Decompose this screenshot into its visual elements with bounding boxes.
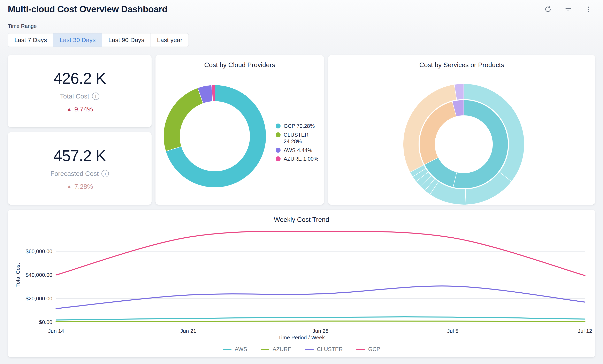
trend-line-azure (56, 321, 585, 321)
legend-label: GCP (368, 346, 380, 353)
time-range-option-last-year[interactable]: Last year (151, 33, 188, 47)
legend-line-swatch (356, 349, 365, 350)
providers-donut-chart (155, 67, 275, 199)
header: Multi-cloud Cost Overview Dashboard (0, 0, 603, 14)
filter-button[interactable] (563, 4, 573, 14)
cost-by-cloud-providers-card: Cost by Cloud Providers GCP 70.28%CLUSTE… (155, 55, 324, 205)
trend-line-aws (56, 317, 585, 320)
forecasted-cost-label: Forecasted Cost i (50, 170, 109, 177)
info-icon[interactable]: i (102, 170, 109, 177)
legend-label: AWS (235, 346, 247, 353)
legend-item-aws[interactable]: AWS (223, 346, 247, 353)
time-range-section: Time Range Last 7 DaysLast 30 DaysLast 9… (8, 23, 603, 47)
multicloud-cost-dashboard: Multi-cloud Cost Overview Dashboard (0, 0, 603, 364)
legend-label: AWS 4.44% (284, 147, 312, 154)
weekly-trend-line-chart: $0.00$20,000.00$40,000.00$60,000.00Total… (8, 225, 595, 334)
filter-icon (564, 5, 572, 13)
legend-dot (276, 156, 280, 161)
dashboard-grid: 426.2 K Total Cost i ▲ 9.74% 457.2 K For… (8, 55, 595, 357)
delta-value: 9.74% (74, 105, 93, 113)
legend-item-azure[interactable]: AZURE 1.00% (276, 155, 323, 162)
time-range-option-last-90-days[interactable]: Last 90 Days (102, 33, 151, 47)
x-tick-label: Jun 14 (48, 328, 64, 334)
time-range-label: Time Range (8, 23, 603, 29)
legend-line-swatch (305, 349, 314, 350)
weekly-legend: AWSAZURECLUSTERGCP (8, 346, 595, 353)
legend-item-cluster[interactable]: CLUSTER (305, 346, 343, 353)
legend-item-gcp[interactable]: GCP 70.28% (276, 123, 323, 130)
total-cost-value: 426.2 K (54, 69, 106, 87)
time-range-button-group: Last 7 DaysLast 30 DaysLast 90 DaysLast … (8, 33, 189, 47)
legend-dot (276, 123, 280, 128)
legend-item-aws[interactable]: AWS 4.44% (276, 147, 323, 154)
legend-label: AZURE (273, 346, 291, 353)
total-cost-label: Total Cost i (60, 93, 99, 100)
chart-title: Weekly Cost Trend (8, 216, 595, 223)
providers-legend: GCP 70.28%CLUSTER 24.28%AWS 4.44%AZURE 1… (276, 123, 323, 164)
legend-line-swatch (261, 349, 269, 350)
info-icon[interactable]: i (92, 93, 99, 100)
legend-label: GCP 70.28% (284, 123, 315, 130)
y-axis-title: Total Cost (15, 263, 21, 287)
legend-dot (276, 148, 280, 153)
total-cost-delta: ▲ 9.74% (66, 105, 93, 113)
trend-line-cluster (56, 286, 585, 309)
legend-line-swatch (223, 349, 232, 350)
forecasted-cost-delta: ▲ 7.28% (66, 183, 93, 190)
x-tick-label: Jun 28 (312, 328, 328, 334)
y-tick-label: $0.00 (39, 319, 52, 325)
legend-dot (276, 132, 280, 137)
refresh-icon (544, 6, 552, 13)
forecasted-cost-card: 457.2 K Forecasted Cost i ▲ 7.28% (8, 132, 151, 205)
legend-label: CLUSTER (317, 346, 343, 353)
legend-item-azure[interactable]: AZURE (261, 346, 291, 353)
refresh-button[interactable] (543, 4, 553, 14)
up-triangle-icon: ▲ (66, 106, 72, 112)
donut-slice-cluster[interactable] (163, 88, 203, 151)
weekly-cost-trend-card: Weekly Cost Trend $0.00$20,000.00$40,000… (8, 210, 595, 357)
kpi-label-text: Forecasted Cost (50, 170, 99, 177)
kpi-label-text: Total Cost (60, 93, 89, 100)
time-range-option-last-7-days[interactable]: Last 7 Days (8, 33, 53, 47)
x-tick-label: Jul 12 (578, 328, 592, 334)
cost-by-services-card: Cost by Services or Products (328, 55, 595, 205)
legend-item-cluster[interactable]: CLUSTER 24.28% (276, 132, 323, 145)
legend-label: AZURE 1.00% (284, 155, 318, 162)
legend-label: CLUSTER 24.28% (284, 132, 323, 145)
time-range-option-last-30-days[interactable]: Last 30 Days (53, 33, 102, 47)
y-tick-label: $60,000.00 (26, 248, 52, 254)
x-tick-label: Jul 5 (447, 328, 458, 334)
x-axis-title: Time Period / Week (8, 334, 595, 341)
y-tick-label: $20,000.00 (26, 296, 52, 302)
page-title: Multi-cloud Cost Overview Dashboard (8, 4, 167, 14)
services-sunburst-chart (328, 67, 595, 205)
delta-value: 7.28% (74, 183, 93, 190)
header-actions (543, 4, 593, 14)
legend-item-gcp[interactable]: GCP (356, 346, 380, 353)
total-cost-card: 426.2 K Total Cost i ▲ 9.74% (8, 55, 151, 127)
y-tick-label: $40,000.00 (26, 272, 52, 278)
up-triangle-icon: ▲ (66, 183, 72, 190)
trend-line-gcp (56, 231, 585, 276)
x-tick-label: Jun 21 (180, 328, 196, 334)
kebab-menu-icon (585, 6, 592, 13)
more-options-button[interactable] (584, 4, 593, 14)
forecasted-cost-value: 457.2 K (54, 147, 106, 165)
